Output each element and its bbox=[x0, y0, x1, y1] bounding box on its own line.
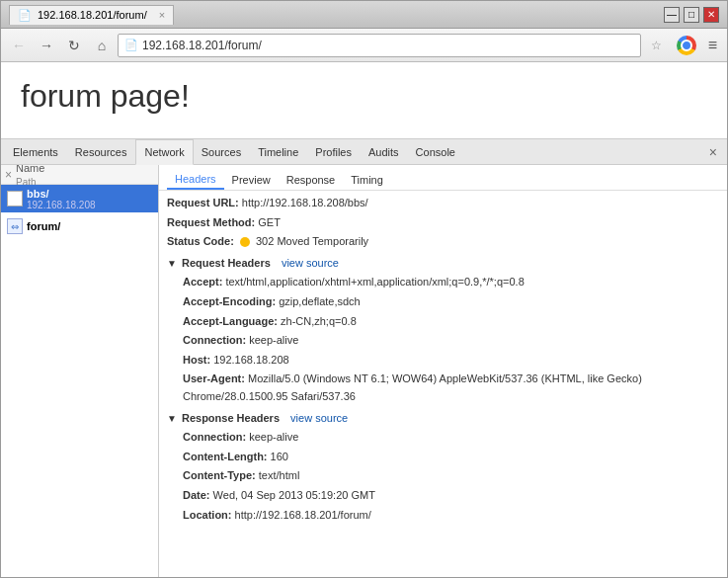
chrome-logo bbox=[677, 36, 696, 55]
tab-resources[interactable]: Resources bbox=[67, 139, 136, 165]
sub-tab-timing[interactable]: Timing bbox=[343, 170, 391, 190]
request-headers-fields: Accept: text/html,application/xhtml+xml,… bbox=[183, 274, 719, 405]
accept-language-value: zh-CN,zh;q=0.8 bbox=[281, 315, 357, 327]
request-method-label: Request Method: bbox=[167, 216, 255, 228]
response-headers-section: ▼ Response Headers view source bbox=[167, 410, 719, 428]
bookmark-button[interactable]: ☆ bbox=[645, 34, 669, 57]
connection-label: Connection: bbox=[183, 334, 246, 346]
tab-network[interactable]: Network bbox=[135, 139, 193, 165]
file-info: forum/ bbox=[27, 220, 60, 232]
response-headers-fields: Connection: keep-alive Content-Length: 1… bbox=[183, 429, 719, 524]
resp-location-row: Location: http://192.168.18.201/forum/ bbox=[183, 507, 719, 525]
accept-encoding-value: gzip,deflate,sdch bbox=[279, 295, 361, 307]
host-label: Host: bbox=[183, 354, 210, 366]
network-file-panel: × Name Path bbs/ 192.168.18.208 bbox=[1, 165, 159, 577]
view-source-link[interactable]: view source bbox=[282, 257, 339, 269]
tab-favicon: 📄 bbox=[18, 9, 32, 22]
resp-content-length-label: Content-Length: bbox=[183, 451, 268, 462]
request-method-row: Request Method: GET bbox=[167, 214, 719, 232]
request-url-value: http://192.168.18.208/bbs/ bbox=[242, 197, 368, 208]
close-button[interactable]: ✕ bbox=[703, 7, 719, 23]
sub-tab-response[interactable]: Response bbox=[279, 170, 344, 190]
resp-content-length-value: 160 bbox=[271, 451, 288, 462]
resp-date-row: Date: Wed, 04 Sep 2013 05:19:20 GMT bbox=[183, 487, 719, 505]
tab-audits[interactable]: Audits bbox=[361, 139, 408, 165]
devtools-panel: Elements Resources Network Sources Timel… bbox=[1, 138, 727, 577]
user-agent-label: User-Agent: bbox=[183, 372, 245, 384]
file-panel-close[interactable]: × bbox=[5, 168, 12, 182]
list-item[interactable]: bbs/ 192.168.18.208 bbox=[1, 185, 158, 212]
connection-value: keep-alive bbox=[249, 334, 298, 346]
tab-timeline[interactable]: Timeline bbox=[250, 139, 307, 165]
user-agent-row: User-Agent: Mozilla/5.0 (Windows NT 6.1;… bbox=[183, 371, 719, 405]
devtools-close-button[interactable]: × bbox=[703, 144, 723, 160]
file-host: 192.168.18.208 bbox=[27, 200, 96, 210]
resp-date-label: Date: bbox=[183, 489, 210, 501]
address-bar[interactable]: 📄 192.168.18.201/forum/ bbox=[118, 34, 641, 57]
menu-button[interactable]: ≡ bbox=[704, 37, 721, 54]
resp-connection-value: keep-alive bbox=[249, 431, 298, 443]
status-code-row: Status Code: 302 Moved Temporarily bbox=[167, 233, 719, 251]
request-headers-label: Request Headers bbox=[182, 257, 271, 269]
headers-sub-tabs: Headers Preview Response Timing bbox=[159, 169, 727, 191]
accept-label: Accept: bbox=[183, 276, 222, 288]
accept-value: text/html,application/xhtml+xml,applicat… bbox=[225, 276, 524, 288]
title-bar: 📄 192.168.18.201/forum/ × — □ ✕ bbox=[1, 1, 727, 29]
sub-tab-headers[interactable]: Headers bbox=[167, 170, 224, 190]
maximize-button[interactable]: □ bbox=[684, 7, 699, 23]
request-headers-section: ▼ Request Headers view source bbox=[167, 255, 719, 273]
page-title: forum page! bbox=[21, 78, 707, 115]
response-headers-label: Response Headers bbox=[182, 412, 280, 424]
view-source-response-link[interactable]: view source bbox=[290, 412, 348, 424]
tab-sources[interactable]: Sources bbox=[194, 139, 250, 165]
accept-encoding-row: Accept-Encoding: gzip,deflate,sdch bbox=[183, 293, 719, 311]
list-item[interactable]: ⇔ forum/ bbox=[1, 212, 158, 240]
window-controls: — □ ✕ bbox=[664, 7, 719, 23]
resp-content-length-row: Content-Length: 160 bbox=[183, 449, 719, 466]
minimize-button[interactable]: — bbox=[664, 7, 680, 23]
tab-title: 192.168.18.201/forum/ bbox=[38, 9, 147, 21]
host-row: Host: 192.168.18.208 bbox=[183, 352, 719, 370]
sub-tab-preview[interactable]: Preview bbox=[224, 170, 279, 190]
connection-row: Connection: keep-alive bbox=[183, 332, 719, 350]
tab-close-btn[interactable]: × bbox=[159, 9, 165, 21]
tab-profiles[interactable]: Profiles bbox=[307, 139, 361, 165]
headers-panel: Headers Preview Response Timing Request … bbox=[159, 165, 727, 577]
file-icon: ⇔ bbox=[7, 218, 23, 234]
headers-content: Request URL: http://192.168.18.208/bbs/ … bbox=[159, 191, 727, 530]
request-method-value: GET bbox=[258, 216, 281, 228]
resp-location-label: Location: bbox=[183, 509, 232, 521]
accept-row: Accept: text/html,application/xhtml+xml,… bbox=[183, 274, 719, 291]
network-file-list: bbs/ 192.168.18.208 ⇔ forum/ bbox=[1, 185, 158, 577]
address-url: 192.168.18.201/forum/ bbox=[142, 39, 634, 52]
browser-tab[interactable]: 📄 192.168.18.201/forum/ × bbox=[9, 5, 174, 25]
resp-content-type-value: text/html bbox=[259, 469, 300, 481]
devtools-body: × Name Path bbs/ 192.168.18.208 bbox=[1, 165, 727, 577]
browser-window: 📄 192.168.18.201/forum/ × — □ ✕ ← → ↻ ⌂ … bbox=[0, 0, 728, 578]
page-icon: 📄 bbox=[124, 39, 138, 51]
status-code-value: 302 Moved Temporarily bbox=[256, 235, 368, 247]
reload-button[interactable]: ↻ bbox=[62, 34, 86, 57]
back-button[interactable]: ← bbox=[7, 34, 31, 57]
accept-language-row: Accept-Language: zh-CN,zh;q=0.8 bbox=[183, 313, 719, 331]
resp-content-type-row: Content-Type: text/html bbox=[183, 467, 719, 485]
forward-button[interactable]: → bbox=[35, 34, 58, 57]
devtools-tab-bar: Elements Resources Network Sources Timel… bbox=[1, 139, 727, 165]
user-agent-value: Mozilla/5.0 (Windows NT 6.1; WOW64) Appl… bbox=[183, 372, 642, 402]
accept-encoding-label: Accept-Encoding: bbox=[183, 295, 276, 307]
file-panel-header: × Name Path bbox=[1, 165, 158, 185]
status-code-label: Status Code: bbox=[167, 235, 234, 247]
file-icon bbox=[7, 191, 23, 206]
file-name: bbs/ bbox=[27, 188, 96, 200]
home-button[interactable]: ⌂ bbox=[90, 34, 114, 57]
request-url-label: Request URL: bbox=[167, 197, 239, 208]
accept-language-label: Accept-Language: bbox=[183, 315, 278, 327]
collapse-triangle: ▼ bbox=[167, 258, 177, 269]
tab-console[interactable]: Console bbox=[408, 139, 464, 165]
chrome-menu-icon[interactable] bbox=[673, 34, 700, 57]
navigation-bar: ← → ↻ ⌂ 📄 192.168.18.201/forum/ ☆ ≡ bbox=[1, 29, 727, 62]
tab-elements[interactable]: Elements bbox=[5, 139, 67, 165]
page-content: forum page! bbox=[1, 62, 727, 138]
resp-connection-label: Connection: bbox=[183, 431, 246, 443]
resp-location-value: http://192.168.18.201/forum/ bbox=[235, 509, 371, 521]
